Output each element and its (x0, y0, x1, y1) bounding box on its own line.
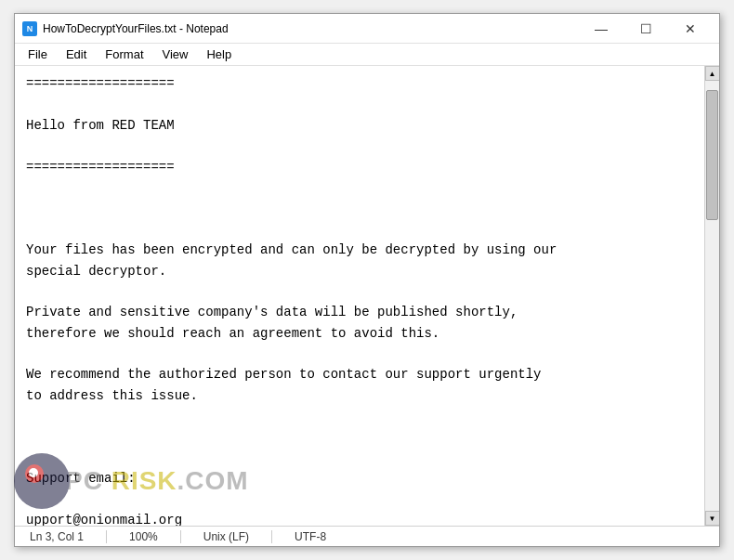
notepad-window: N HowToDecryptYourFiles.txt - Notepad — … (14, 13, 720, 547)
status-divider-1 (106, 530, 107, 543)
status-bar: Ln 3, Col 1 100% Unix (LF) UTF-8 (15, 526, 719, 546)
app-icon-letter: N (27, 24, 33, 33)
zoom-level: 100% (122, 530, 165, 543)
menu-edit[interactable]: Edit (57, 46, 96, 63)
close-button[interactable]: ✕ (669, 16, 712, 42)
window-controls: — ☐ ✕ (580, 16, 712, 42)
vertical-scrollbar[interactable]: ▲ ▼ (704, 66, 719, 526)
cursor-position: Ln 3, Col 1 (22, 530, 91, 543)
status-divider-3 (271, 530, 272, 543)
status-divider-2 (180, 530, 181, 543)
minimize-button[interactable]: — (580, 16, 623, 42)
menu-file[interactable]: File (19, 46, 57, 63)
line-ending: Unix (LF) (196, 530, 256, 543)
title-bar: N HowToDecryptYourFiles.txt - Notepad — … (15, 14, 719, 44)
editor-area: =================== Hello from RED TEAM … (15, 66, 719, 526)
scroll-up-button[interactable]: ▲ (705, 66, 720, 81)
scroll-thumb[interactable] (706, 90, 718, 220)
app-icon: N (22, 21, 37, 36)
menu-help[interactable]: Help (197, 46, 241, 63)
window-title: HowToDecryptYourFiles.txt - Notepad (43, 22, 580, 35)
maximize-button[interactable]: ☐ (624, 16, 667, 42)
scroll-track[interactable] (705, 81, 719, 511)
scroll-down-button[interactable]: ▼ (705, 511, 720, 526)
encoding: UTF-8 (287, 530, 334, 543)
menu-view[interactable]: View (153, 46, 198, 63)
menu-bar: File Edit Format View Help (15, 44, 719, 66)
menu-format[interactable]: Format (96, 46, 152, 63)
text-editor[interactable]: =================== Hello from RED TEAM … (15, 66, 704, 526)
